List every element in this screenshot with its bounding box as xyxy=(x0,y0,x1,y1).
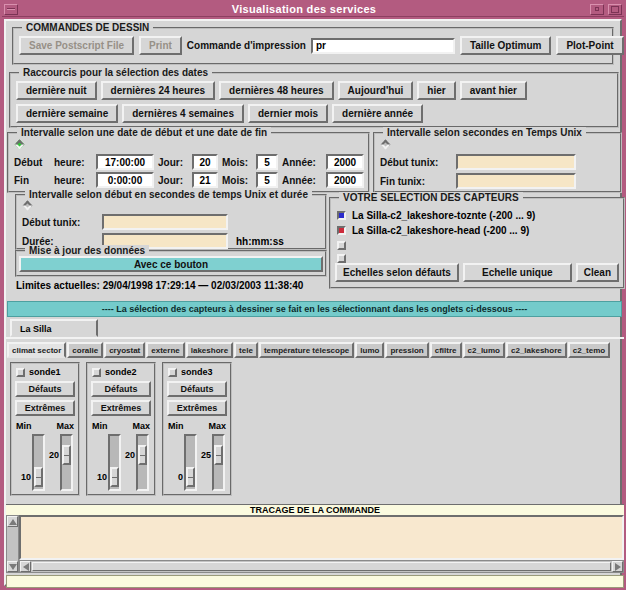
sonde3-max-slider[interactable] xyxy=(212,434,225,491)
minimize-button[interactable] xyxy=(590,4,604,15)
tracage-horizontal-scrollbar[interactable] xyxy=(19,560,624,573)
tracage-textarea[interactable] xyxy=(19,515,624,560)
capteur-checkbox-3[interactable] xyxy=(337,241,346,250)
tab-tele[interactable]: tele xyxy=(234,342,258,358)
capteur-checkbox-4[interactable] xyxy=(337,254,346,263)
sonde1-min-value: 10 xyxy=(15,472,31,482)
sonde1-min-slider-handle[interactable] xyxy=(34,467,43,487)
sonde1-checkbox[interactable] xyxy=(16,368,25,377)
derniere-nuit-button[interactable]: dernière nuit xyxy=(16,81,97,100)
print-button[interactable]: Print xyxy=(139,36,182,55)
tab-c2-temo[interactable]: c2_temo xyxy=(568,342,610,358)
dernieres-4-semaines-button[interactable]: dernières 4 semaines xyxy=(122,104,244,123)
debut-jour-input[interactable] xyxy=(192,154,218,170)
avec-ce-bouton-button[interactable]: Avec ce bouton xyxy=(19,256,323,272)
tab-c2-lakeshore[interactable]: c2_lakeshore xyxy=(506,342,567,358)
tab-lakeshore[interactable]: lakeshore xyxy=(186,342,233,358)
fin-jour-label: Jour: xyxy=(158,175,188,186)
sonde1-min-label: Min xyxy=(16,421,32,431)
plot-point-button[interactable]: Plot-Point xyxy=(556,36,623,55)
tab-cfiltre[interactable]: cfiltre xyxy=(430,342,462,358)
sonde2-max-slider[interactable] xyxy=(136,434,149,491)
arrow-right-icon xyxy=(615,563,621,571)
tab-pression[interactable]: pression xyxy=(385,342,428,358)
taille-optimum-button[interactable]: Taille Optimum xyxy=(460,36,552,55)
sonde3-label: sonde3 xyxy=(181,367,213,377)
scroll-down-button[interactable] xyxy=(7,561,18,572)
sonde2-min-slider[interactable] xyxy=(108,434,121,491)
save-postscript-button[interactable]: Save Postscript File xyxy=(19,36,134,55)
debut-mois-input[interactable] xyxy=(256,154,278,170)
sonde1-min-slider[interactable] xyxy=(32,434,45,491)
capteur-checkbox-2[interactable] xyxy=(337,226,346,235)
minimize-icon xyxy=(595,7,599,11)
avant-hier-button[interactable]: avant hier xyxy=(460,81,527,100)
derniere-annee-button[interactable]: dernière année xyxy=(332,104,423,123)
tab-externe[interactable]: externe xyxy=(146,342,184,358)
tracage-vertical-scrollbar[interactable] xyxy=(6,515,19,573)
sonde2-defauts-button[interactable]: Défauts xyxy=(91,381,151,397)
duree-debut-tunix-input[interactable] xyxy=(102,214,228,230)
app-window: Visualisation des services COMMANDES DE … xyxy=(0,0,626,590)
title-bar[interactable]: Visualisation des services xyxy=(2,2,624,17)
maximize-button[interactable] xyxy=(608,4,622,15)
tracage-header: TRACAGE DE LA COMMANDE xyxy=(6,504,624,515)
arrow-down-icon xyxy=(9,564,17,570)
tab-la-silla[interactable]: La Silla xyxy=(10,319,98,337)
window-menu-button[interactable] xyxy=(4,4,18,15)
clean-button[interactable]: Clean xyxy=(576,263,619,282)
sonde1-max-slider-handle[interactable] xyxy=(62,445,71,465)
commande-impression-input[interactable] xyxy=(311,38,455,54)
fin-jour-input[interactable] xyxy=(192,172,218,188)
fin-mois-input[interactable] xyxy=(256,172,278,188)
sonde1-max-value: 20 xyxy=(43,450,59,460)
sonde3-max-slider-handle[interactable] xyxy=(214,445,223,465)
dernieres-24h-button[interactable]: dernières 24 heures xyxy=(101,81,216,100)
scroll-left-button[interactable] xyxy=(20,561,31,572)
sonde1-max-slider[interactable] xyxy=(60,434,73,491)
tab-temperature-telescope[interactable]: température télescope xyxy=(259,342,354,358)
sonde3-defauts-button[interactable]: Défauts xyxy=(167,381,227,397)
scroll-right-button[interactable] xyxy=(612,561,623,572)
intervalle-duree-radio[interactable] xyxy=(23,201,33,211)
sonde3-min-label: Min xyxy=(168,421,184,431)
echelles-selon-defauts-button[interactable]: Echelles selon défauts xyxy=(335,263,459,282)
tab-lumo[interactable]: lumo xyxy=(355,342,384,358)
sonde1-extremes-button[interactable]: Extrêmes xyxy=(15,400,75,416)
frame-capteurs-legend: VOTRE SELECTION DES CAPTEURS xyxy=(339,192,523,203)
debut-heure-input[interactable] xyxy=(96,154,154,170)
scroll-up-button[interactable] xyxy=(7,516,18,527)
tab-c2-lumo[interactable]: c2_lumo xyxy=(463,342,505,358)
sonde2-checkbox[interactable] xyxy=(92,368,101,377)
debut-annee-input[interactable] xyxy=(326,154,364,170)
tab-coralie[interactable]: coralie xyxy=(67,342,103,358)
dernier-mois-button[interactable]: dernier mois xyxy=(248,104,328,123)
fin-tunix-input[interactable] xyxy=(456,173,576,189)
frame-intervalle-date: Intervalle selon une date de début et un… xyxy=(7,132,370,193)
sonde2-extremes-button[interactable]: Extrêmes xyxy=(91,400,151,416)
sonde2-min-slider-handle[interactable] xyxy=(110,467,119,487)
tab-cryostat[interactable]: cryostat xyxy=(104,342,145,358)
fin-heure-input[interactable] xyxy=(96,172,154,188)
fin-annee-input[interactable] xyxy=(326,172,364,188)
sonde3-min-slider-handle[interactable] xyxy=(186,467,195,487)
hier-button[interactable]: hier xyxy=(417,81,455,100)
sonde1-label: sonde1 xyxy=(29,367,61,377)
debut-tunix-input[interactable] xyxy=(456,154,576,170)
sonde1-defauts-button[interactable]: Défauts xyxy=(15,381,75,397)
sonde3-checkbox[interactable] xyxy=(168,368,177,377)
sonde3-extremes-button[interactable]: Extrêmes xyxy=(167,400,227,416)
sonde2-max-slider-handle[interactable] xyxy=(138,445,147,465)
duree-debut-tunix-label: Début tunix: xyxy=(22,217,102,228)
tab-climat-sector[interactable]: climat sector xyxy=(7,342,66,358)
debut-label: Début xyxy=(14,157,50,168)
horizontal-scroll-thumb[interactable] xyxy=(32,562,611,571)
echelle-unique-button[interactable]: Echelle unique xyxy=(463,263,572,282)
intervalle-unix-radio[interactable] xyxy=(381,140,391,150)
dernieres-48h-button[interactable]: dernières 48 heures xyxy=(219,81,334,100)
intervalle-date-radio[interactable] xyxy=(15,140,25,150)
sonde3-min-slider[interactable] xyxy=(184,434,197,491)
derniere-semaine-button[interactable]: dernière semaine xyxy=(16,104,118,123)
aujourdhui-button[interactable]: Aujourd'hui xyxy=(338,81,414,100)
capteur-checkbox-1[interactable] xyxy=(337,211,346,220)
